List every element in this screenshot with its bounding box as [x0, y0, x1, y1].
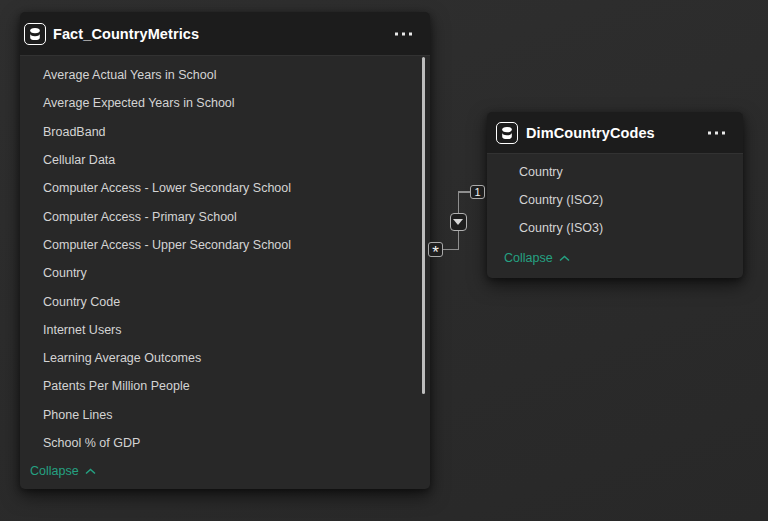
- field-item[interactable]: Country: [20, 259, 430, 287]
- field-item[interactable]: Computer Access - Primary School: [20, 202, 430, 230]
- field-item[interactable]: Phone Lines: [20, 401, 430, 429]
- field-item[interactable]: Internet Users: [20, 316, 430, 344]
- table-card-dimcountrycodes[interactable]: DimCountryCodes Country Country (ISO2) C…: [487, 112, 743, 278]
- chevron-up-icon: [559, 255, 570, 262]
- field-item[interactable]: Country (ISO3): [487, 214, 743, 242]
- field-item[interactable]: Country: [487, 158, 743, 186]
- fact-collapse-link[interactable]: Collapse: [20, 457, 430, 485]
- collapse-label: Collapse: [504, 251, 553, 265]
- dim-collapse-link[interactable]: Collapse: [487, 244, 743, 272]
- fact-table-title: Fact_CountryMetrics: [53, 26, 199, 42]
- relationship-line-segment: [442, 249, 459, 250]
- field-item[interactable]: Learning Average Outcomes: [20, 344, 430, 372]
- collapse-label: Collapse: [30, 464, 79, 478]
- field-item[interactable]: BroadBand: [20, 118, 430, 146]
- field-item[interactable]: Average Expected Years in School: [20, 89, 430, 117]
- cross-filter-direction-box[interactable]: [450, 213, 468, 231]
- field-item[interactable]: Patents Per Million People: [20, 372, 430, 400]
- field-item[interactable]: Computer Access - Lower Secondary School: [20, 174, 430, 202]
- dim-table-header[interactable]: DimCountryCodes: [487, 112, 743, 154]
- fact-more-options-button[interactable]: [391, 28, 416, 39]
- field-item[interactable]: Average Actual Years in School: [20, 61, 430, 89]
- fact-table-header[interactable]: Fact_CountryMetrics: [20, 12, 430, 56]
- dim-more-options-button[interactable]: [704, 127, 729, 138]
- dim-table-title: DimCountryCodes: [526, 125, 655, 141]
- field-item[interactable]: Country (ISO2): [487, 186, 743, 214]
- field-item[interactable]: Computer Access - Upper Secondary School: [20, 231, 430, 259]
- table-database-icon: [24, 23, 46, 45]
- filter-direction-down-arrow-icon: [453, 219, 463, 225]
- table-card-fact-countrymetrics[interactable]: Fact_CountryMetrics Average Actual Years…: [20, 12, 430, 489]
- chevron-up-icon: [85, 468, 96, 475]
- table-database-icon: [496, 122, 518, 144]
- field-item[interactable]: School % of GDP: [20, 429, 430, 457]
- dim-field-list: Country Country (ISO2) Country (ISO3) Co…: [487, 154, 743, 272]
- cardinality-one-label: 1: [474, 186, 480, 198]
- fact-scrollbar[interactable]: [422, 57, 425, 394]
- fact-field-list: Average Actual Years in School Average E…: [20, 56, 430, 485]
- field-item[interactable]: Country Code: [20, 287, 430, 315]
- cardinality-many-box[interactable]: *: [428, 242, 443, 257]
- cardinality-one-box[interactable]: 1: [470, 185, 485, 199]
- field-item[interactable]: Cellular Data: [20, 146, 430, 174]
